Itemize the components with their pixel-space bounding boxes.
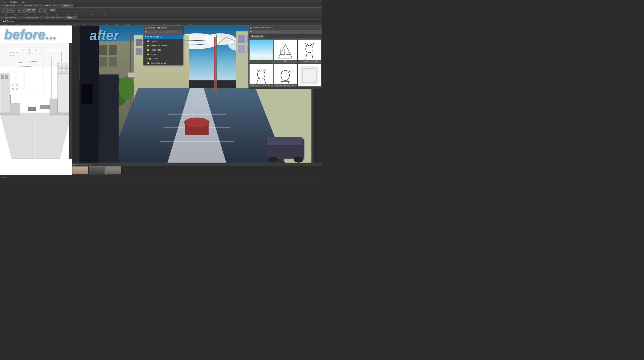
tab-sec-instagram-gran[interactable]: instagram gran... ✕ [22,16,44,20]
tab-sec-instagram-template[interactable]: instagram templ... ✕ [0,16,22,20]
tool-move[interactable]: ✥ [6,8,10,13]
tree-item-items[interactable]: 📁 Items [144,52,183,56]
tree-item-clouds-water[interactable]: 📁 clouds and water [144,61,183,65]
tab-flashman[interactable]: flashman · 25:44 ✕ [22,4,44,8]
asset-label-5 [298,86,321,87]
quick-access-label: Quick Access [1,20,14,22]
brush-size-input[interactable] [49,9,56,12]
tool-pen[interactable]: ✏ [17,8,21,13]
asset-label-3: ねこ-3-0-8-ねこポーズ集3 [250,84,273,87]
svg-rect-92 [276,42,294,61]
horizontal-ruler: 1500 1560 1620 1680 1740 1800 1860 1920 … [0,13,322,16]
folder-icon: 📁 [149,58,152,60]
asset-thumb-0[interactable]: レイヤー 10 [249,40,273,63]
tab-instagram-gran[interactable]: instagram-gran... ✕ [0,4,22,8]
nav-forward-icon[interactable]: ↪ [90,163,91,165]
close-icon[interactable]: ✕ [58,5,60,7]
svg-rect-24 [28,107,36,111]
zoom-in-icon[interactable]: ⊕ [81,163,82,165]
tab-sec-alley[interactable]: alley* ✕ [66,16,77,20]
asset-thumb-5[interactable] [298,64,321,87]
close-icon[interactable]: ✕ [70,5,71,7]
asset-thumb-1[interactable]: 緑薔 [274,40,297,63]
grid-icon: ⊞ [145,27,147,29]
svg-point-81 [118,77,134,100]
tree-item-panels[interactable]: 📁 Panels [144,39,183,43]
tab-bar-primary: instagram-gran... ✕ flashman · 25:44 ✕ s… [0,4,322,8]
tool-fill[interactable]: 🪣 [31,8,36,13]
tree-item-seven-swordsmen[interactable]: 📁 Seven Swordsmen [144,43,183,48]
close-icon[interactable]: ✕ [40,5,41,7]
tool-redo[interactable]: ↪ [42,8,47,13]
asset-thumb-3[interactable]: ねこ-3-0-8-ねこポーズ集3 [249,64,273,87]
tree-label: All materials [150,36,161,38]
svg-rect-25 [40,105,50,109]
svg-rect-107 [276,66,294,85]
svg-rect-27 [1,75,4,79]
menu-filter[interactable]: Filter [2,1,6,3]
svg-rect-86 [267,137,302,145]
main-area: 1100 1140 1180 1220 1260 1300 before... [0,23,322,176]
tool-undo[interactable]: ↩ [38,8,42,13]
sketch-svg [0,26,72,176]
svg-rect-74 [160,141,234,142]
tree-label: Panels [151,40,157,42]
assets-tab-row: All materials [248,34,322,39]
quick-access-bar: Quick Access ✕ [0,20,322,23]
main-toolbar: ⬚ ✥ ⤢ ✏ 🖌 ⌫ 🪣 ↩ ↪ [0,8,322,13]
before-canvas-content[interactable]: before... [0,26,72,176]
svg-rect-103 [252,66,270,85]
svg-rect-98 [300,42,318,61]
svg-point-88 [294,157,304,162]
svg-rect-72 [168,114,226,115]
nav-back-icon[interactable]: ↩ [87,163,88,165]
tree-item-all-materials[interactable]: ▼ ⊞ All materials [144,35,183,39]
after-canvas-panel: 1240 1280 1320 1360 1400 1440 1500 1560 … [72,23,322,176]
search-icon: 🔍 [145,31,148,33]
tool-brush[interactable]: 🖌 [22,8,26,13]
close-icon[interactable]: ✕ [40,17,42,19]
materials-search-bar: 🔍 [144,30,183,35]
svg-rect-46 [99,57,107,67]
tool-eraser[interactable]: ⌫ [26,8,31,13]
tree-label: Poses [153,58,158,60]
assets-search-bar: 🔍 [248,30,322,34]
folder-icon: 📁 [147,44,150,47]
brush-size-group [49,9,56,12]
materials-search-input[interactable] [148,31,181,33]
tree-item-poses[interactable]: ▶ 📁 Poses [144,56,183,61]
tab-sec-flashman[interactable]: flashman · 25:44 ✕ [44,16,66,20]
tool-transform[interactable]: ⤢ [10,8,15,13]
menu-help[interactable]: Help [21,1,25,3]
close-icon[interactable]: ✕ [74,17,75,19]
svg-rect-44 [99,45,107,55]
asset-thumb-2[interactable]: ねこ-3-10-ねこポーズ集a [298,40,321,63]
asset-label-1: 緑薔 [274,60,297,63]
close-icon[interactable]: ✕ [19,17,20,19]
tree-item-plants-trees[interactable]: 📁 Plants trees [144,48,183,52]
after-text-overlay: after [90,28,119,43]
close-icon[interactable]: ✕ [62,17,64,19]
after-canvas-content[interactable]: after [72,26,322,162]
separator [16,8,16,12]
tab-alley[interactable]: alley* ✕ [62,4,73,8]
svg-rect-58 [238,35,244,43]
tab-all-materials[interactable]: All materials [250,35,264,38]
assets-panel: ⊞ Material (All materials) 🔍 All materia… [248,26,322,89]
svg-rect-45 [109,45,116,55]
status-bar: Ready [0,175,322,180]
close-icon[interactable]: ✕ [18,5,20,7]
menu-window[interactable]: Window [10,1,17,3]
grid-icon: ⊞ [147,36,149,38]
svg-rect-79 [214,37,216,92]
assets-search-input[interactable] [253,31,320,33]
folder-icon: 📁 [147,40,150,42]
assets-thumb-grid: レイヤー 10 [248,39,322,88]
tool-select[interactable]: ⬚ [1,8,5,13]
asset-thumb-4[interactable]: ねこ-3-0-7-ねこポーズ集a [274,64,297,87]
zoom-out-icon[interactable]: ⊖ [78,163,80,165]
close-quick-access[interactable]: ✕ [16,20,17,22]
right-ruler: 1240 1280 1320 1360 1400 1440 1500 1560 … [72,23,322,26]
tab-screen1[interactable]: screen1.PSD ✕ [44,4,62,8]
folder-icon: 📁 [147,62,150,64]
